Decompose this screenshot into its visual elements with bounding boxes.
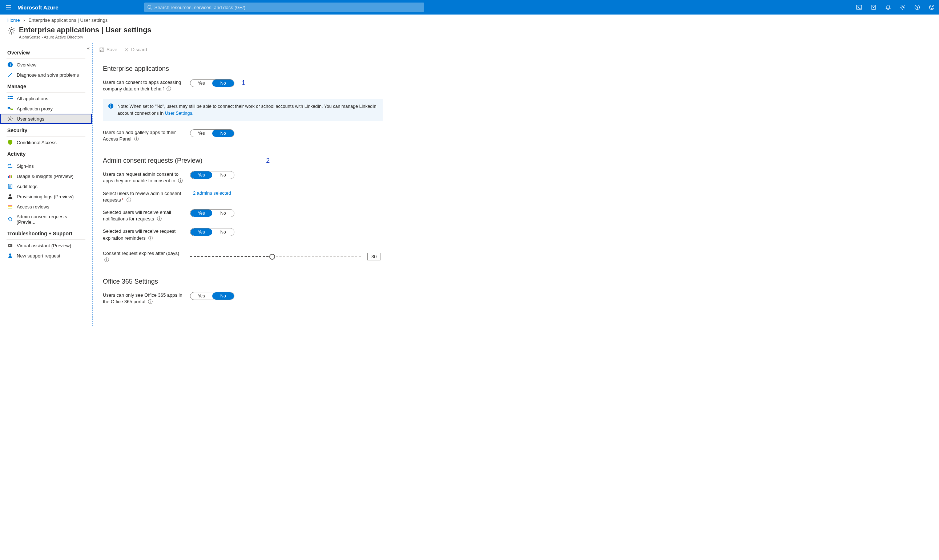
divider <box>6 136 85 137</box>
bell-icon <box>885 5 891 10</box>
info-icon[interactable]: ⓘ <box>104 257 109 263</box>
chevron-right-icon: › <box>23 17 25 23</box>
discard-label: Discard <box>131 47 147 52</box>
toggle-no[interactable]: No <box>212 80 234 87</box>
toggle-no[interactable]: No <box>212 130 234 137</box>
admins-selected-link[interactable]: 2 admins selected <box>193 190 231 196</box>
toggle-gallery-apps[interactable]: Yes No <box>190 129 234 137</box>
svg-rect-34 <box>11 175 12 178</box>
sidebar-item-usage-insights[interactable]: Usage & insights (Preview) <box>0 171 92 181</box>
toggle-yes[interactable]: Yes <box>190 292 212 300</box>
field-label: Selected users will receive request expi… <box>103 228 190 241</box>
assistant-icon <box>7 243 13 248</box>
search-input[interactable] <box>154 5 421 10</box>
info-icon <box>108 103 114 109</box>
field-label: Users can consent to apps accessing comp… <box>103 79 190 92</box>
divider <box>6 160 85 160</box>
save-button[interactable]: Save <box>99 47 117 52</box>
svg-rect-26 <box>11 98 13 99</box>
info-icon <box>7 62 13 68</box>
notifications-button[interactable] <box>881 0 896 14</box>
toggle-yes[interactable]: Yes <box>190 228 212 236</box>
sidebar-item-access-reviews[interactable]: Access reviews <box>0 202 92 212</box>
toggle-request-admin-consent[interactable]: Yes No <box>190 171 234 179</box>
user-settings-link[interactable]: User Settings. <box>165 111 194 116</box>
svg-point-13 <box>931 6 931 7</box>
toggle-no[interactable]: No <box>212 171 234 178</box>
sidebar-item-label: Usage & insights (Preview) <box>17 174 73 179</box>
toggle-yes[interactable]: Yes <box>190 171 212 178</box>
field-label: Users can add gallery apps to their Acce… <box>103 129 190 142</box>
info-icon[interactable]: ⓘ <box>148 299 153 304</box>
sidebar-collapse-button[interactable]: « <box>87 45 90 51</box>
sidebar-item-new-support-request[interactable]: New support request <box>0 251 92 261</box>
cloud-shell-button[interactable] <box>852 0 867 14</box>
divider <box>6 92 85 92</box>
info-icon[interactable]: ⓘ <box>126 197 131 203</box>
svg-point-3 <box>148 5 151 9</box>
sidebar-item-admin-consent-requests[interactable]: Admin consent requests (Previe... <box>0 212 92 227</box>
sidebar-item-label: All applications <box>17 96 48 102</box>
toggle-yes[interactable]: Yes <box>190 80 212 87</box>
sidebar-item-label: Provisioning logs (Preview) <box>17 194 74 199</box>
svg-rect-5 <box>857 5 862 9</box>
sidebar-item-label: Admin consent requests (Previe... <box>16 214 85 225</box>
page-header: Enterprise applications | User settings … <box>0 24 939 43</box>
sidebar-item-user-settings[interactable]: User settings <box>0 114 92 124</box>
support-icon <box>7 253 13 258</box>
sidebar-item-label: Overview <box>17 62 36 68</box>
chart-icon <box>7 173 13 179</box>
feedback-button[interactable] <box>925 0 939 14</box>
toggle-users-consent[interactable]: Yes No <box>190 79 234 87</box>
info-icon[interactable]: ⓘ <box>134 136 139 142</box>
svg-point-44 <box>9 245 10 246</box>
close-icon <box>124 47 129 52</box>
svg-rect-25 <box>9 98 11 99</box>
hamburger-menu[interactable] <box>0 5 17 10</box>
info-icon[interactable]: ⓘ <box>178 178 183 183</box>
help-button[interactable] <box>910 0 925 14</box>
sidebar-item-virtual-assistant[interactable]: Virtual assistant (Preview) <box>0 240 92 251</box>
settings-button[interactable] <box>896 0 910 14</box>
toggle-no[interactable]: No <box>212 292 234 300</box>
sidebar-item-overview[interactable]: Overview <box>0 60 92 70</box>
sidebar-item-audit-logs[interactable]: Audit logs <box>0 181 92 191</box>
sidebar-item-provisioning-logs[interactable]: Provisioning logs (Preview) <box>0 191 92 202</box>
brand-label[interactable]: Microsoft Azure <box>17 5 59 11</box>
svg-point-54 <box>111 104 111 105</box>
topbar: Microsoft Azure <box>0 0 939 14</box>
toggle-no[interactable]: No <box>212 209 234 217</box>
sidebar-item-label: New support request <box>17 253 60 258</box>
sidebar-section-activity: Activity <box>0 148 92 159</box>
sidebar-item-sign-ins[interactable]: Sign-ins <box>0 161 92 171</box>
days-slider[interactable] <box>190 256 361 257</box>
field-label: Selected users will receive email notifi… <box>103 209 190 222</box>
discard-button[interactable]: Discard <box>124 47 147 52</box>
info-icon[interactable]: ⓘ <box>167 86 171 92</box>
svg-rect-32 <box>8 176 9 178</box>
breadcrumb-home[interactable]: Home <box>7 17 20 23</box>
toggle-yes[interactable]: Yes <box>190 130 212 137</box>
svg-point-15 <box>10 29 13 32</box>
toggle-no[interactable]: No <box>212 228 234 236</box>
field-label: Users can only see Office 365 apps in th… <box>103 292 190 305</box>
svg-point-14 <box>933 6 933 7</box>
sidebar-item-all-applications[interactable]: All applications <box>0 93 92 103</box>
gear-icon <box>7 116 13 122</box>
sidebar-item-application-proxy[interactable]: Application proxy <box>0 103 92 114</box>
info-icon[interactable]: ⓘ <box>157 216 162 222</box>
slider-value[interactable]: 30 <box>367 253 381 260</box>
toggle-expiration-reminders[interactable]: Yes No <box>190 228 234 236</box>
info-icon[interactable]: ⓘ <box>148 235 153 241</box>
sidebar-item-conditional-access[interactable]: Conditional Access <box>0 137 92 148</box>
global-search[interactable] <box>144 3 424 12</box>
sidebar-item-diagnose[interactable]: Diagnose and solve problems <box>0 70 92 80</box>
directory-filter-button[interactable] <box>867 0 881 14</box>
toggle-office-portal-only[interactable]: Yes No <box>190 292 234 300</box>
annotation-2: 2 <box>266 157 270 165</box>
toggle-yes[interactable]: Yes <box>190 209 212 217</box>
list-icon <box>7 204 13 209</box>
svg-point-46 <box>9 254 11 256</box>
slider-thumb[interactable] <box>269 254 275 260</box>
toggle-email-notifications[interactable]: Yes No <box>190 209 234 217</box>
